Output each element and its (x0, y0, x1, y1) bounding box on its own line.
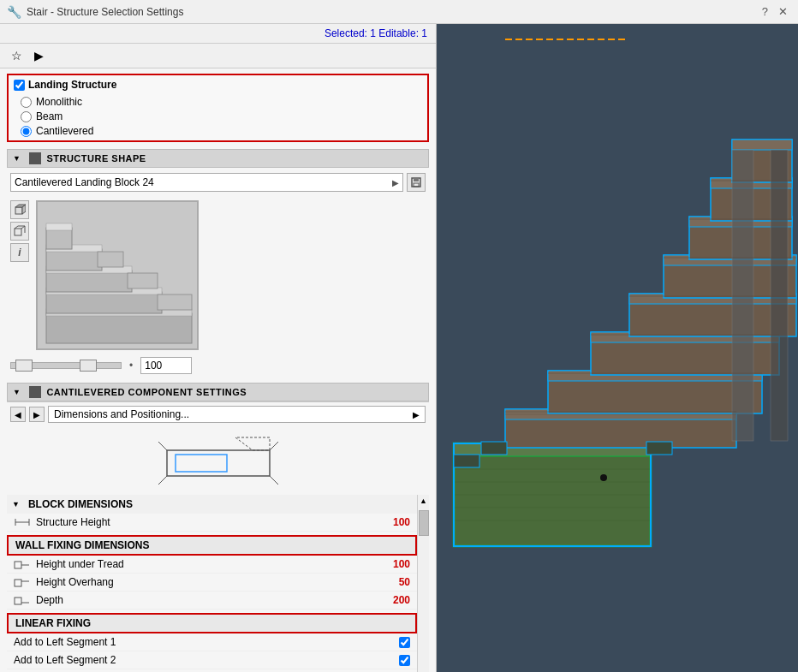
svg-rect-39 (15, 598, 21, 604)
struct-height-icon (14, 517, 31, 527)
nav-row: ◀ ▶ Dimensions and Positioning... ▶ (7, 401, 429, 426)
depth-icon (14, 595, 31, 605)
height-under-tread-value: 100 (393, 558, 410, 570)
slider-track[interactable] (10, 362, 122, 369)
lower-content: ▼ BLOCK DIMENSIONS Structure Height 100 (7, 495, 417, 672)
svg-rect-21 (46, 223, 72, 230)
star-button[interactable]: ☆ (7, 46, 27, 65)
radio-beam-input[interactable] (21, 111, 32, 122)
slider-value-input[interactable] (140, 357, 192, 374)
svg-rect-22 (158, 294, 192, 310)
preview-area: i (7, 197, 429, 354)
nav-chevron-icon: ▶ (413, 410, 420, 419)
left-segment-2-checkbox[interactable] (399, 655, 410, 666)
radio-monolithic-input[interactable] (21, 97, 32, 108)
slider-thumb-right[interactable] (80, 360, 97, 372)
save-icon-btn[interactable] (407, 173, 426, 192)
left-segment-2-label: Add to Left Segment 2 (14, 654, 399, 666)
preview-controls: i (10, 200, 29, 262)
radio-monolithic: Monolithic (21, 96, 422, 108)
svg-rect-14 (46, 292, 162, 313)
structure-height-value: 100 (393, 516, 410, 528)
help-button[interactable]: ? (759, 3, 771, 20)
block-diagram-svg (150, 433, 287, 489)
svg-rect-16 (46, 271, 132, 292)
cantilevered-settings-section: ▼ CANTILEVERED COMPONENT SETTINGS ◀ ▶ Di… (7, 383, 429, 672)
svg-line-29 (270, 442, 278, 450)
structure-height-row: Structure Height 100 (7, 514, 417, 532)
structure-shape-section: ▼ STRUCTURE SHAPE Cantilevered Landing B… (7, 149, 429, 378)
radio-monolithic-label: Monolithic (36, 96, 82, 108)
wall-fixing-header: WALL FIXING DIMENSIONS (7, 535, 417, 556)
window-title: Stair - Structure Selection Settings (27, 6, 183, 18)
structure-shape-header[interactable]: ▼ STRUCTURE SHAPE (7, 149, 429, 168)
height-overhang-label: Height Overhang (36, 576, 399, 588)
3d-viewport-svg (437, 24, 798, 672)
scrollbar[interactable]: ▲ (417, 495, 429, 672)
depth-row: Depth 200 (7, 592, 417, 610)
radio-cantilevered-input[interactable] (21, 126, 32, 137)
svg-rect-37 (15, 580, 21, 586)
cube-view-btn[interactable] (10, 200, 29, 219)
cantilever-arrow-icon: ▼ (13, 388, 21, 396)
collapse-arrow-icon: ▼ (13, 154, 21, 163)
structure-dropdown[interactable]: Cantilevered Landing Block 24 ▶ (10, 173, 403, 192)
landing-structure-checkbox[interactable] (14, 80, 25, 91)
linear-fixing-header: LINEAR FIXING (7, 613, 417, 633)
cantilevered-settings-header[interactable]: ▼ CANTILEVERED COMPONENT SETTINGS (7, 383, 429, 401)
dropdown-value: Cantilevered Landing Block 24 (15, 176, 154, 188)
selected-bar: Selected: 1 Editable: 1 (0, 24, 436, 44)
pin-button[interactable]: ▶ (30, 46, 48, 65)
radio-cantilevered: Cantilevered (21, 125, 422, 137)
selected-label: Selected: 1 Editable: 1 (325, 27, 427, 39)
cantilever-icon (29, 386, 41, 398)
svg-rect-23 (128, 273, 158, 288)
svg-rect-67 (732, 140, 792, 150)
height-under-tread-label: Height under Tread (36, 558, 393, 570)
slider-thumb-left[interactable] (15, 360, 33, 372)
diagram-area (7, 426, 429, 495)
left-segment-1-row: Add to Left Segment 1 (7, 633, 417, 651)
right-panel (437, 24, 798, 672)
dropdown-row: Cantilevered Landing Block 24 ▶ (7, 168, 429, 197)
svg-rect-6 (15, 229, 21, 235)
radio-beam-label: Beam (36, 110, 63, 122)
wall-fixing-title: WALL FIXING DIMENSIONS (15, 539, 149, 551)
svg-rect-35 (15, 562, 21, 568)
height-under-tread-icon (14, 559, 31, 569)
structure-preview-image (36, 200, 199, 350)
left-panel: Selected: 1 Editable: 1 ☆ ▶ Landing Stru… (0, 24, 437, 672)
height-under-tread-row: Height under Tread 100 (7, 556, 417, 574)
left-segment-2-row: Add to Left Segment 2 (7, 651, 417, 669)
structure-shape-title: STRUCTURE SHAPE (46, 153, 146, 164)
landing-structure-label: Landing Structure (28, 79, 116, 91)
svg-rect-18 (46, 249, 102, 271)
wireframe-btn[interactable] (10, 222, 29, 241)
info-btn[interactable]: i (10, 243, 29, 262)
landing-structure-radio-group: Monolithic Beam Cantilevered (14, 96, 422, 137)
height-overhang-row: Height Overhang 50 (7, 574, 417, 592)
close-button[interactable]: ✕ (775, 3, 791, 20)
editable-value: 1 (421, 27, 427, 39)
scroll-up-btn[interactable]: ▲ (418, 495, 429, 507)
depth-value: 200 (393, 594, 410, 606)
left-segment-1-checkbox[interactable] (399, 637, 410, 648)
nav-label[interactable]: Dimensions and Positioning... ▶ (48, 406, 426, 423)
svg-line-28 (158, 442, 167, 450)
svg-rect-69 (771, 150, 788, 441)
slider-row: • (7, 354, 429, 378)
stair-preview-svg (38, 202, 199, 350)
svg-rect-80 (454, 455, 479, 467)
nav-next-btn[interactable]: ▶ (29, 407, 45, 422)
scrollbar-thumb[interactable] (419, 510, 429, 536)
depth-label: Depth (36, 594, 393, 606)
block-dims-arrow-icon: ▼ (12, 500, 20, 508)
block-dimensions-header: ▼ BLOCK DIMENSIONS (7, 495, 417, 514)
svg-rect-1 (414, 178, 419, 181)
radio-beam: Beam (21, 110, 422, 122)
nav-prev-btn[interactable]: ◀ (10, 407, 26, 422)
svg-marker-27 (235, 437, 270, 450)
slider-dot-icon: • (129, 360, 133, 372)
lower-section: ▼ BLOCK DIMENSIONS Structure Height 100 (7, 495, 429, 672)
title-bar: 🔧 Stair - Structure Selection Settings ?… (0, 0, 798, 24)
